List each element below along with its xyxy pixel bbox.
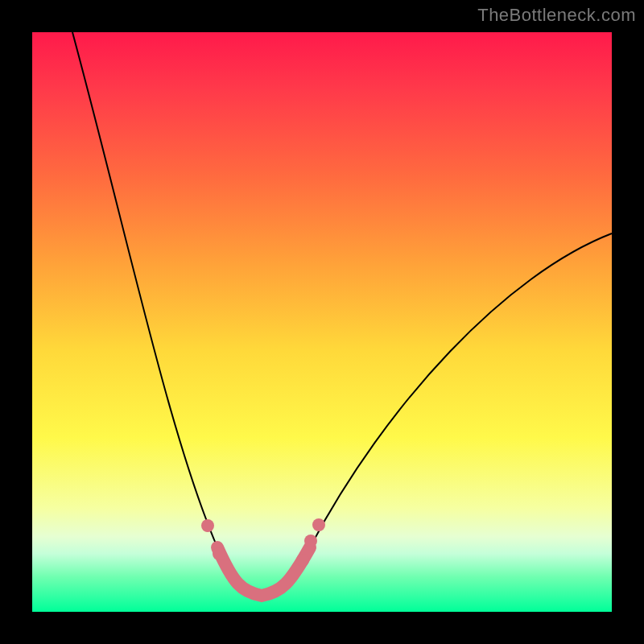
watermark-text: TheBottleneck.com [477, 5, 636, 26]
chart-frame: TheBottleneck.com [0, 0, 644, 644]
valley-dot [213, 547, 225, 560]
valley-dot [312, 518, 325, 531]
valley-marker [217, 547, 310, 596]
plot-area [32, 32, 612, 612]
bottleneck-curve [72, 32, 612, 596]
valley-dot [304, 535, 317, 547]
valley-dot [201, 519, 214, 532]
valley-dot [296, 554, 309, 567]
curve-svg [32, 32, 612, 612]
